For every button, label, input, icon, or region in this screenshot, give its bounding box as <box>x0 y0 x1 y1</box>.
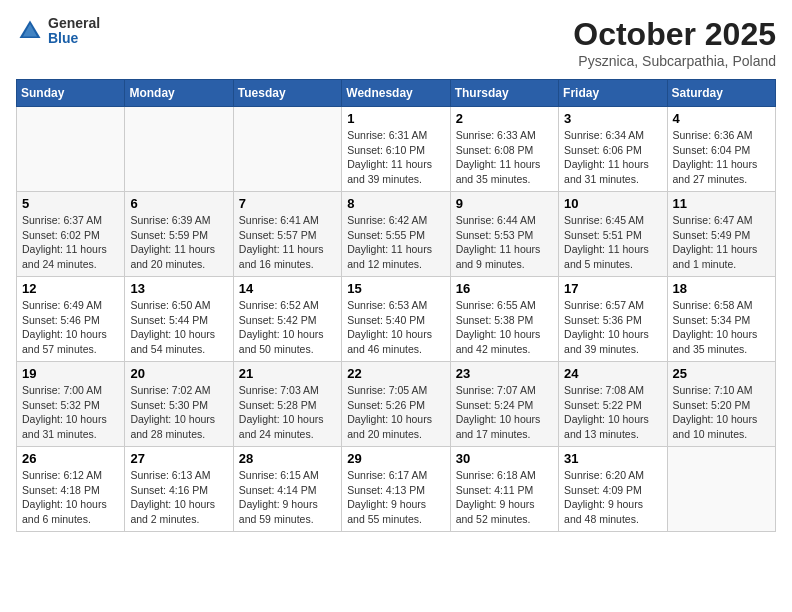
calendar-cell <box>233 107 341 192</box>
day-info: Sunrise: 6:37 AM Sunset: 6:02 PM Dayligh… <box>22 213 119 272</box>
day-info: Sunrise: 6:15 AM Sunset: 4:14 PM Dayligh… <box>239 468 336 527</box>
day-number: 7 <box>239 196 336 211</box>
calendar-cell: 15Sunrise: 6:53 AM Sunset: 5:40 PM Dayli… <box>342 277 450 362</box>
calendar-cell: 25Sunrise: 7:10 AM Sunset: 5:20 PM Dayli… <box>667 362 775 447</box>
calendar-cell: 26Sunrise: 6:12 AM Sunset: 4:18 PM Dayli… <box>17 447 125 532</box>
calendar-cell: 30Sunrise: 6:18 AM Sunset: 4:11 PM Dayli… <box>450 447 558 532</box>
weekday-header-row: SundayMondayTuesdayWednesdayThursdayFrid… <box>17 80 776 107</box>
calendar-cell: 21Sunrise: 7:03 AM Sunset: 5:28 PM Dayli… <box>233 362 341 447</box>
calendar-cell: 29Sunrise: 6:17 AM Sunset: 4:13 PM Dayli… <box>342 447 450 532</box>
calendar-table: SundayMondayTuesdayWednesdayThursdayFrid… <box>16 79 776 532</box>
calendar-cell: 17Sunrise: 6:57 AM Sunset: 5:36 PM Dayli… <box>559 277 667 362</box>
day-number: 21 <box>239 366 336 381</box>
day-info: Sunrise: 6:41 AM Sunset: 5:57 PM Dayligh… <box>239 213 336 272</box>
day-info: Sunrise: 7:03 AM Sunset: 5:28 PM Dayligh… <box>239 383 336 442</box>
day-number: 8 <box>347 196 444 211</box>
day-number: 22 <box>347 366 444 381</box>
day-number: 11 <box>673 196 770 211</box>
day-number: 26 <box>22 451 119 466</box>
logo-blue: Blue <box>48 31 100 46</box>
day-info: Sunrise: 6:17 AM Sunset: 4:13 PM Dayligh… <box>347 468 444 527</box>
day-info: Sunrise: 6:58 AM Sunset: 5:34 PM Dayligh… <box>673 298 770 357</box>
day-number: 18 <box>673 281 770 296</box>
day-number: 19 <box>22 366 119 381</box>
calendar-week-row: 19Sunrise: 7:00 AM Sunset: 5:32 PM Dayli… <box>17 362 776 447</box>
calendar-cell: 24Sunrise: 7:08 AM Sunset: 5:22 PM Dayli… <box>559 362 667 447</box>
logo-general: General <box>48 16 100 31</box>
weekday-header: Sunday <box>17 80 125 107</box>
calendar-cell: 16Sunrise: 6:55 AM Sunset: 5:38 PM Dayli… <box>450 277 558 362</box>
calendar-cell: 2Sunrise: 6:33 AM Sunset: 6:08 PM Daylig… <box>450 107 558 192</box>
weekday-header: Monday <box>125 80 233 107</box>
day-number: 28 <box>239 451 336 466</box>
weekday-header: Saturday <box>667 80 775 107</box>
day-number: 31 <box>564 451 661 466</box>
calendar-week-row: 1Sunrise: 6:31 AM Sunset: 6:10 PM Daylig… <box>17 107 776 192</box>
day-info: Sunrise: 6:20 AM Sunset: 4:09 PM Dayligh… <box>564 468 661 527</box>
day-number: 2 <box>456 111 553 126</box>
calendar-cell: 6Sunrise: 6:39 AM Sunset: 5:59 PM Daylig… <box>125 192 233 277</box>
calendar-cell: 22Sunrise: 7:05 AM Sunset: 5:26 PM Dayli… <box>342 362 450 447</box>
calendar-cell: 31Sunrise: 6:20 AM Sunset: 4:09 PM Dayli… <box>559 447 667 532</box>
calendar-cell <box>125 107 233 192</box>
day-info: Sunrise: 6:50 AM Sunset: 5:44 PM Dayligh… <box>130 298 227 357</box>
weekday-header: Thursday <box>450 80 558 107</box>
calendar-week-row: 12Sunrise: 6:49 AM Sunset: 5:46 PM Dayli… <box>17 277 776 362</box>
calendar-cell: 3Sunrise: 6:34 AM Sunset: 6:06 PM Daylig… <box>559 107 667 192</box>
logo-text: General Blue <box>48 16 100 47</box>
calendar-week-row: 26Sunrise: 6:12 AM Sunset: 4:18 PM Dayli… <box>17 447 776 532</box>
day-number: 1 <box>347 111 444 126</box>
day-number: 5 <box>22 196 119 211</box>
day-info: Sunrise: 6:12 AM Sunset: 4:18 PM Dayligh… <box>22 468 119 527</box>
day-info: Sunrise: 6:52 AM Sunset: 5:42 PM Dayligh… <box>239 298 336 357</box>
day-number: 30 <box>456 451 553 466</box>
calendar-cell: 5Sunrise: 6:37 AM Sunset: 6:02 PM Daylig… <box>17 192 125 277</box>
day-info: Sunrise: 6:31 AM Sunset: 6:10 PM Dayligh… <box>347 128 444 187</box>
page-header: General Blue October 2025 Pysznica, Subc… <box>16 16 776 69</box>
calendar-cell: 14Sunrise: 6:52 AM Sunset: 5:42 PM Dayli… <box>233 277 341 362</box>
day-info: Sunrise: 7:00 AM Sunset: 5:32 PM Dayligh… <box>22 383 119 442</box>
day-info: Sunrise: 6:33 AM Sunset: 6:08 PM Dayligh… <box>456 128 553 187</box>
day-number: 13 <box>130 281 227 296</box>
day-number: 4 <box>673 111 770 126</box>
calendar-cell: 8Sunrise: 6:42 AM Sunset: 5:55 PM Daylig… <box>342 192 450 277</box>
day-number: 17 <box>564 281 661 296</box>
weekday-header: Tuesday <box>233 80 341 107</box>
day-number: 3 <box>564 111 661 126</box>
calendar-cell: 9Sunrise: 6:44 AM Sunset: 5:53 PM Daylig… <box>450 192 558 277</box>
calendar-cell <box>667 447 775 532</box>
calendar-cell: 10Sunrise: 6:45 AM Sunset: 5:51 PM Dayli… <box>559 192 667 277</box>
day-info: Sunrise: 6:57 AM Sunset: 5:36 PM Dayligh… <box>564 298 661 357</box>
calendar-cell: 20Sunrise: 7:02 AM Sunset: 5:30 PM Dayli… <box>125 362 233 447</box>
day-info: Sunrise: 6:49 AM Sunset: 5:46 PM Dayligh… <box>22 298 119 357</box>
day-number: 14 <box>239 281 336 296</box>
day-number: 20 <box>130 366 227 381</box>
day-number: 25 <box>673 366 770 381</box>
day-info: Sunrise: 7:02 AM Sunset: 5:30 PM Dayligh… <box>130 383 227 442</box>
day-number: 29 <box>347 451 444 466</box>
day-info: Sunrise: 6:45 AM Sunset: 5:51 PM Dayligh… <box>564 213 661 272</box>
day-info: Sunrise: 7:08 AM Sunset: 5:22 PM Dayligh… <box>564 383 661 442</box>
day-info: Sunrise: 6:39 AM Sunset: 5:59 PM Dayligh… <box>130 213 227 272</box>
calendar-cell: 7Sunrise: 6:41 AM Sunset: 5:57 PM Daylig… <box>233 192 341 277</box>
day-info: Sunrise: 6:36 AM Sunset: 6:04 PM Dayligh… <box>673 128 770 187</box>
day-info: Sunrise: 6:34 AM Sunset: 6:06 PM Dayligh… <box>564 128 661 187</box>
day-info: Sunrise: 6:18 AM Sunset: 4:11 PM Dayligh… <box>456 468 553 527</box>
logo-icon <box>16 17 44 45</box>
month-title: October 2025 <box>573 16 776 53</box>
day-info: Sunrise: 6:47 AM Sunset: 5:49 PM Dayligh… <box>673 213 770 272</box>
day-info: Sunrise: 6:13 AM Sunset: 4:16 PM Dayligh… <box>130 468 227 527</box>
day-number: 10 <box>564 196 661 211</box>
location-subtitle: Pysznica, Subcarpathia, Poland <box>573 53 776 69</box>
day-info: Sunrise: 7:07 AM Sunset: 5:24 PM Dayligh… <box>456 383 553 442</box>
calendar-week-row: 5Sunrise: 6:37 AM Sunset: 6:02 PM Daylig… <box>17 192 776 277</box>
day-number: 16 <box>456 281 553 296</box>
day-number: 23 <box>456 366 553 381</box>
day-info: Sunrise: 6:42 AM Sunset: 5:55 PM Dayligh… <box>347 213 444 272</box>
calendar-cell: 1Sunrise: 6:31 AM Sunset: 6:10 PM Daylig… <box>342 107 450 192</box>
calendar-cell: 12Sunrise: 6:49 AM Sunset: 5:46 PM Dayli… <box>17 277 125 362</box>
day-info: Sunrise: 6:53 AM Sunset: 5:40 PM Dayligh… <box>347 298 444 357</box>
day-number: 9 <box>456 196 553 211</box>
day-number: 6 <box>130 196 227 211</box>
weekday-header: Friday <box>559 80 667 107</box>
